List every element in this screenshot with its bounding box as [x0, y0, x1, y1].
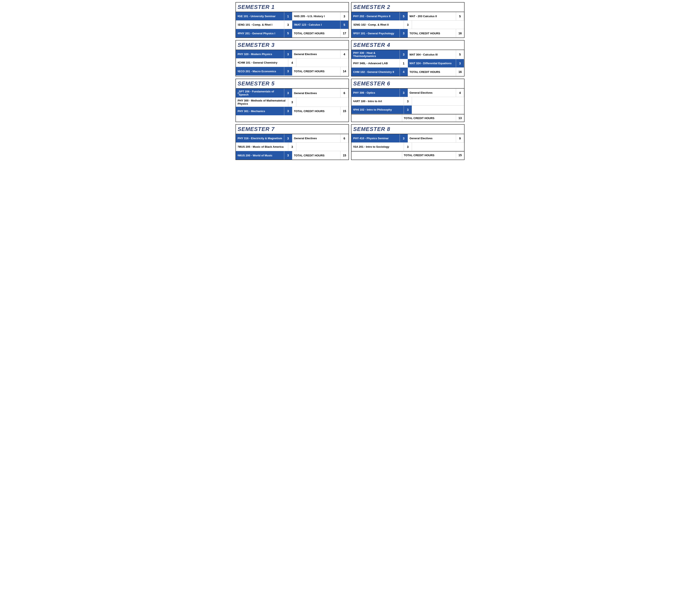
- semester-5-total-val-2: 15: [341, 107, 349, 115]
- semester-5-left-credit-2: 3: [284, 107, 292, 115]
- semester-5-left-credit-0: 3: [284, 88, 292, 98]
- semester-8-right-course-0: General Electives: [408, 134, 456, 142]
- semester-1-left-course-0: 8GE 101 - University Seminar: [236, 12, 284, 20]
- semester-8: SEMESTER 8PHY 410 - Physics Seminar3Gene…: [351, 124, 465, 160]
- semester-4-right-credit-1: 3: [456, 59, 464, 68]
- semester-3-title: SEMESTER 3: [236, 41, 349, 50]
- semester-1-right-credit-1: 5: [341, 21, 349, 29]
- semester-2-right-empty-1: [412, 21, 464, 29]
- semester-2-left-credit-1: 3: [404, 21, 412, 29]
- semester-2-right-credit-0: 5: [456, 12, 464, 20]
- semester-3-left-course-0: PHY 320 - Modern Physics: [236, 50, 284, 58]
- semester-4-row-2: CHM 102 - General Chemistry II4TOTAL CRE…: [351, 68, 464, 76]
- semester-4-row-1: PHY 340L - Advanced LAB1MAT 324 - Differ…: [351, 59, 464, 68]
- semester-6-left-course-1: 6ART 100 - Intro to Art: [351, 97, 404, 105]
- semester-7-title: SEMESTER 7: [236, 125, 349, 134]
- semester-4-total-label-2: TOTAL CREDIT HOURS: [408, 68, 456, 76]
- semester-4-left-credit-1: 1: [400, 59, 408, 68]
- semester-3-total-label-2: TOTAL CREDIT HOURS: [292, 67, 341, 75]
- semester-7-left-credit-1: 3: [288, 142, 296, 151]
- semester-5-left-credit-1: 3: [288, 98, 296, 107]
- semester-3-row-2: 5ECO 201 - Macro Economics3TOTAL CREDIT …: [236, 67, 349, 75]
- semester-3-left-credit-0: 3: [284, 50, 292, 58]
- semester-1-left-credit-2: 5: [284, 29, 292, 37]
- semester-3-right-course-0: General Electives: [292, 50, 341, 58]
- semester-2-left-course-0: PHY 202 - General Physics II: [351, 12, 400, 20]
- semester-6-left-credit-1: 3: [404, 97, 412, 105]
- semester-5-row-0: 2SPT 206 - Fundamentals of Speech3Genera…: [236, 88, 349, 98]
- semester-6-row-1: 6ART 100 - Intro to Art3: [351, 97, 464, 106]
- semester-3-row-1: 4CHM 101 - General Chemistry4: [236, 58, 349, 67]
- semester-8-right-credit-0: 9: [456, 134, 464, 142]
- semester-1-left-credit-1: 3: [284, 21, 292, 29]
- semester-5-right-credit-0: 6: [341, 88, 349, 98]
- semester-2-left-course-1: 1ENG 102 - Comp. & Rhet II: [351, 21, 404, 29]
- semester-3-left-credit-1: 4: [288, 58, 296, 67]
- semester-1-row-1: 1ENG 101 - Comp. & Rhet I33MAT 123 - Cal…: [236, 21, 349, 29]
- semester-7: SEMESTER 7PHY 316 - Electricity & Magnet…: [235, 124, 349, 160]
- semester-6-left-course-2: 6PHI 102 - Intro to Philosophy: [351, 106, 404, 114]
- semester-4-right-course-0: MAT 304 - Calculus III: [408, 50, 456, 59]
- semester-grid: SEMESTER 18GE 101 - University Seminar15…: [235, 2, 465, 160]
- semester-7-right-course-0: General Electives: [292, 134, 341, 142]
- semester-6-total-row: TOTAL CREDIT HOURS13: [351, 114, 464, 122]
- semester-3-row-0: PHY 320 - Modern Physics3General Electiv…: [236, 50, 349, 58]
- semester-4-row-0: PHY 330 - Heat & Thermodynamics3MAT 304 …: [351, 50, 464, 59]
- semester-1-right-credit-0: 3: [341, 12, 349, 20]
- semester-7-total-label-2: TOTAL CREDIT HOURS: [292, 151, 341, 160]
- semester-1-title: SEMESTER 1: [236, 3, 349, 12]
- semester-7-left-course-2: 6MUS 200 - World of Music: [236, 151, 284, 160]
- semester-2-title: SEMESTER 2: [351, 3, 464, 12]
- semester-5: SEMESTER 52SPT 206 - Fundamentals of Spe…: [235, 79, 349, 122]
- semester-6-left-credit-0: 3: [400, 88, 408, 97]
- semester-2-left-credit-2: 3: [400, 29, 408, 37]
- semester-4-left-credit-2: 4: [400, 68, 408, 76]
- semester-7-total-val-2: 15: [341, 151, 349, 160]
- semester-2-left-credit-0: 5: [400, 12, 408, 20]
- semester-6-total-label: TOTAL CREDIT HOURS: [402, 114, 456, 122]
- semester-1-left-credit-0: 1: [284, 12, 292, 20]
- semester-3-total-val-2: 14: [341, 67, 349, 75]
- semester-2-row-2: 5PSY 101 - General Psychology3TOTAL CRED…: [351, 29, 464, 37]
- semester-5-title: SEMESTER 5: [236, 79, 349, 88]
- semester-1-row-0: 8GE 101 - University Seminar15HIS 205 - …: [236, 12, 349, 21]
- semester-2-row-0: PHY 202 - General Physics II5MAT - 203 C…: [351, 12, 464, 21]
- semester-5-right-empty-1: [296, 98, 349, 107]
- semester-2: SEMESTER 2PHY 202 - General Physics II5M…: [351, 2, 465, 38]
- semester-8-total-label: TOTAL CREDIT HOURS: [402, 152, 456, 159]
- semester-3-left-course-1: 4CHM 101 - General Chemistry: [236, 58, 288, 67]
- semester-4-title: SEMESTER 4: [351, 41, 464, 50]
- semester-8-row-1: 5SA 201 - Intro to Sociology3: [351, 142, 464, 151]
- semester-3-right-empty-1: [296, 58, 349, 67]
- semester-7-right-credit-0: 6: [341, 134, 349, 142]
- semester-6-total-spacer: [351, 114, 402, 122]
- semester-7-left-course-0: PHY 316 - Electricity & Magnetism: [236, 134, 284, 142]
- semester-6-title: SEMESTER 6: [351, 79, 464, 88]
- semester-3: SEMESTER 3PHY 320 - Modern Physics3Gener…: [235, 40, 349, 77]
- semester-2-left-course-2: 5PSY 101 - General Psychology: [351, 29, 400, 37]
- semester-4: SEMESTER 4PHY 330 - Heat & Thermodynamic…: [351, 40, 465, 77]
- semester-8-total-value: 15: [456, 152, 464, 159]
- semester-8-title: SEMESTER 8: [351, 125, 464, 134]
- semester-8-right-empty-1: [412, 142, 464, 151]
- semester-1-row-2: 4PHY 201 - General Physics I5TOTAL CREDI…: [236, 29, 349, 37]
- semester-5-left-course-1: PHY 300 - Methods of Mathemateical Physi…: [236, 98, 288, 107]
- semester-1-right-course-0: 5HIS 205 - U.S. History I: [292, 12, 341, 20]
- semester-1-total-label-2: TOTAL CREDIT HOURS: [292, 29, 341, 37]
- semester-4-left-credit-0: 3: [400, 50, 408, 59]
- semester-6-row-0: PHY 306 - Optics3General Electives4: [351, 88, 464, 97]
- semester-7-left-course-1: 7MUS 205 - Music of Black America: [236, 142, 288, 151]
- semester-1-left-course-1: 1ENG 101 - Comp. & Rhet I: [236, 21, 284, 29]
- semester-8-left-course-0: PHY 410 - Physics Seminar: [351, 134, 400, 142]
- semester-8-left-credit-0: 3: [400, 134, 408, 142]
- semester-7-right-empty-1: [296, 142, 349, 151]
- semester-6-total-value: 13: [456, 114, 464, 122]
- semester-7-row-0: PHY 316 - Electricity & Magnetism3Genera…: [236, 134, 349, 142]
- semester-6-right-credit-0: 4: [456, 88, 464, 97]
- semester-6-right-empty-2: [412, 106, 464, 114]
- semester-4-total-val-2: 16: [456, 68, 464, 76]
- semester-3-left-credit-2: 3: [284, 67, 292, 75]
- semester-5-right-course-0: General Electives: [292, 88, 341, 98]
- semester-4-left-course-1: PHY 340L - Advanced LAB: [351, 59, 400, 68]
- semester-8-total-spacer: [351, 152, 402, 159]
